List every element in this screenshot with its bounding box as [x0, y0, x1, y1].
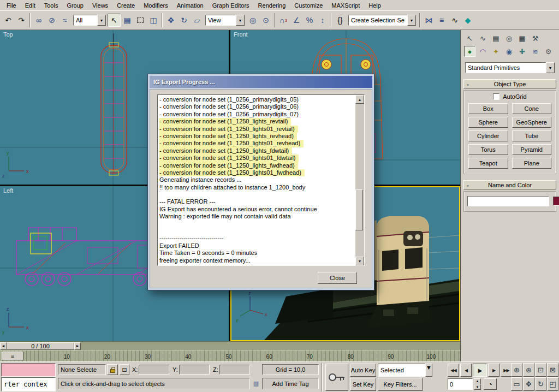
- category-systems-icon[interactable]: ⚙: [543, 46, 554, 57]
- chevron-down-icon[interactable]: ▼: [97, 15, 106, 26]
- spinner-up-icon[interactable]: ▲: [474, 378, 481, 384]
- selection-set-input[interactable]: [348, 15, 407, 26]
- select-and-link-icon[interactable]: ∞: [32, 14, 45, 27]
- menu-help[interactable]: Help: [364, 1, 385, 10]
- current-frame-input[interactable]: [448, 378, 473, 390]
- tab-display-icon[interactable]: ▦: [516, 33, 528, 44]
- category-shapes-icon[interactable]: ◠: [477, 46, 489, 57]
- go-to-start-button[interactable]: ◀◀: [448, 364, 459, 377]
- viewport-top-label[interactable]: Top: [3, 31, 13, 38]
- menu-graph-editors[interactable]: Graph Editors: [208, 1, 254, 10]
- dialog-title-bar[interactable]: IG Export Progress ...: [150, 76, 372, 88]
- macro-recorder-pane[interactable]: [1, 363, 56, 377]
- menu-file[interactable]: File: [2, 1, 21, 10]
- absolute-offset-toggle[interactable]: ⊡: [120, 364, 129, 375]
- angle-snap-icon[interactable]: ∠: [290, 14, 303, 27]
- scroll-down-icon[interactable]: ▼: [355, 257, 364, 265]
- menu-modifiers[interactable]: Modifiers: [139, 1, 173, 10]
- select-and-manipulate-icon[interactable]: ⊙: [259, 14, 272, 27]
- time-slider-button[interactable]: 0 / 100: [7, 342, 74, 350]
- menu-rendering[interactable]: Rendering: [254, 1, 290, 10]
- category-helpers-icon[interactable]: ✚: [516, 46, 528, 57]
- menu-group[interactable]: Group: [62, 1, 88, 10]
- spinner-snap-icon[interactable]: ↕: [316, 14, 329, 27]
- auto-key-button[interactable]: Auto Key: [350, 364, 376, 377]
- selection-lock-button[interactable]: [107, 364, 118, 375]
- cylinder-button[interactable]: Cylinder: [468, 130, 508, 141]
- z-coordinate-input[interactable]: [219, 365, 250, 375]
- scrollbar-track[interactable]: [355, 104, 364, 257]
- select-and-move-icon[interactable]: ✥: [164, 14, 177, 27]
- tab-utilities-icon[interactable]: ⚒: [530, 33, 541, 44]
- category-cameras-icon[interactable]: ◉: [503, 46, 515, 57]
- teapot-button[interactable]: Teapot: [468, 158, 508, 169]
- zoom-all-icon[interactable]: ⊛: [523, 363, 534, 377]
- material-editor-icon[interactable]: ◆: [461, 14, 474, 27]
- geosphere-button[interactable]: GeoSphere: [512, 117, 552, 128]
- viewport-front-label[interactable]: Front: [234, 31, 248, 38]
- torus-button[interactable]: Torus: [468, 144, 508, 155]
- close-button[interactable]: Close: [318, 272, 357, 284]
- create-selection-set-combo[interactable]: ▼: [348, 15, 416, 26]
- time-configuration-button[interactable]: ◔: [484, 378, 497, 390]
- play-button[interactable]: ▶: [473, 364, 487, 377]
- autogrid-checkbox[interactable]: [493, 93, 499, 100]
- percent-snap-icon[interactable]: %: [303, 14, 316, 27]
- menu-create[interactable]: Create: [112, 1, 139, 10]
- name-color-rollout-header[interactable]: - Name and Color: [463, 180, 556, 189]
- curve-editor-icon[interactable]: ∿: [448, 14, 461, 27]
- selection-filter-dropdown[interactable]: All ▼: [73, 15, 106, 26]
- time-slider[interactable]: ◄ 0 / 100 ►: [0, 341, 460, 350]
- category-spacewarps-icon[interactable]: ≋: [530, 46, 541, 57]
- log-scrollbar[interactable]: ▲ ▼: [355, 95, 364, 265]
- previous-frame-button[interactable]: ◀: [460, 364, 472, 377]
- object-type-rollout-header[interactable]: - Object Type: [463, 79, 556, 88]
- snap-toggle-icon[interactable]: ∩3: [277, 14, 290, 27]
- align-icon[interactable]: ≡: [435, 14, 448, 27]
- x-coordinate-input[interactable]: [139, 365, 169, 375]
- category-geometry-icon[interactable]: ●: [464, 46, 475, 57]
- rectangular-selection-region-icon[interactable]: [134, 14, 147, 27]
- mini-curve-editor-icon[interactable]: ≡: [2, 352, 23, 360]
- tab-hierarchy-icon[interactable]: ▤: [490, 33, 502, 44]
- scrollbar-thumb[interactable]: [355, 189, 363, 231]
- previous-frame-arrow-icon[interactable]: ◄: [0, 342, 7, 350]
- set-key-button[interactable]: Set Key: [350, 378, 376, 391]
- key-selection-dropdown[interactable]: Selected ▼: [378, 364, 432, 377]
- next-frame-arrow-icon[interactable]: ►: [74, 342, 81, 350]
- menu-edit[interactable]: Edit: [21, 1, 40, 10]
- object-color-swatch[interactable]: [553, 197, 559, 206]
- sphere-button[interactable]: Sphere: [468, 117, 508, 128]
- pyramid-button[interactable]: Pyramid: [512, 144, 552, 155]
- reference-coordinate-system-dropdown[interactable]: View ▼: [205, 15, 245, 26]
- tab-create-icon[interactable]: ↖: [464, 33, 475, 44]
- track-bar[interactable]: ≡ 10 20 30 40 50 60 70 80 90 100: [0, 350, 460, 361]
- cone-button[interactable]: Cone: [512, 103, 552, 114]
- menu-customize[interactable]: Customize: [290, 1, 327, 10]
- select-object-button[interactable]: ↖: [108, 14, 121, 27]
- mirror-icon[interactable]: ⋈: [422, 14, 435, 27]
- menu-maxscript[interactable]: MAXScript: [327, 1, 364, 10]
- tab-modify-icon[interactable]: ∿: [477, 33, 489, 44]
- go-to-end-button[interactable]: ▶▶: [501, 364, 512, 377]
- pan-icon[interactable]: ✥: [523, 377, 534, 391]
- orbit-icon[interactable]: ↻: [535, 377, 546, 391]
- chevron-down-icon[interactable]: ▼: [236, 15, 245, 26]
- next-frame-button[interactable]: ▶: [488, 364, 499, 377]
- scroll-up-icon[interactable]: ▲: [355, 95, 364, 104]
- chevron-down-icon[interactable]: ▼: [407, 15, 416, 26]
- select-and-rotate-icon[interactable]: ↻: [177, 14, 191, 27]
- undo-icon[interactable]: ↶: [2, 14, 15, 27]
- window-crossing-toggle-icon[interactable]: ◫: [147, 14, 160, 27]
- box-button[interactable]: Box: [468, 103, 508, 114]
- zoom-region-icon[interactable]: ▭: [511, 377, 522, 391]
- select-and-scale-icon[interactable]: ▱: [191, 14, 204, 27]
- frame-spinner[interactable]: ▲ ▼: [474, 378, 481, 390]
- tab-motion-icon[interactable]: ◎: [503, 33, 515, 44]
- maximize-viewport-toggle-icon[interactable]: ◰: [547, 377, 558, 391]
- plane-button[interactable]: Plane: [512, 158, 552, 169]
- select-by-name-icon[interactable]: ▤: [121, 14, 134, 27]
- zoom-icon[interactable]: ⊕: [511, 363, 522, 377]
- bind-to-spacewarp-icon[interactable]: ≈: [58, 14, 72, 27]
- zoom-extents-icon[interactable]: ⊡: [535, 363, 546, 377]
